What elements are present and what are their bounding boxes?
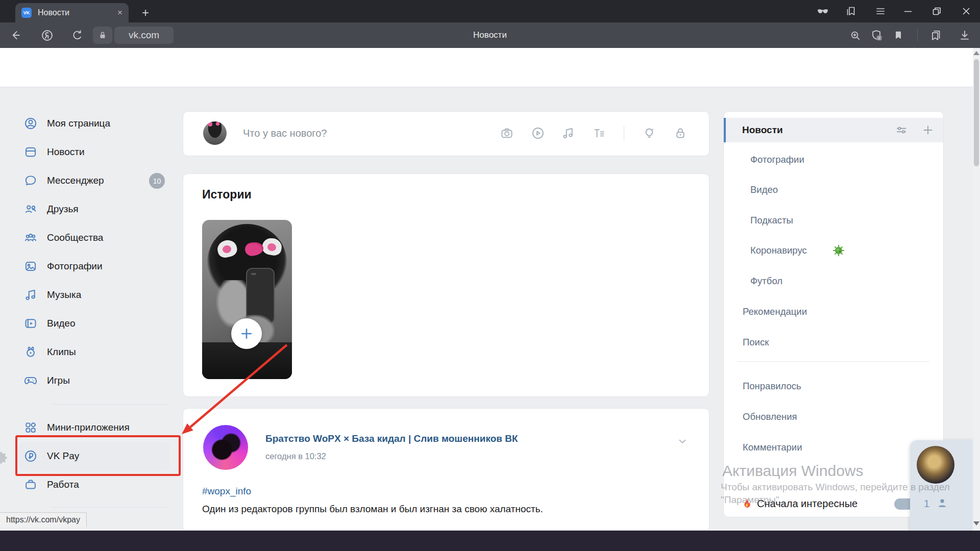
sidebar-item-vk-pay[interactable]: VK Pay xyxy=(18,442,169,470)
messenger-unread-badge: 10 xyxy=(149,173,165,189)
post-author-link[interactable]: Братство WoPX × База кидал | Слив мошенн… xyxy=(265,433,518,444)
sidebar-item-communities[interactable]: Сообщества xyxy=(18,226,169,250)
scrollbar-down-arrow[interactable] xyxy=(973,521,979,525)
sidebar-divider xyxy=(51,404,168,405)
feed-menu-divider xyxy=(738,361,929,362)
sidebar-item-games[interactable]: Игры xyxy=(18,368,169,393)
post-date[interactable]: сегодня в 10:32 xyxy=(265,452,326,461)
add-story-button[interactable] xyxy=(231,318,262,349)
sidebar-item-friends[interactable]: Друзья xyxy=(18,197,169,221)
sidebar-divider xyxy=(51,507,168,508)
feed-menu-item-comments[interactable]: Комментарии xyxy=(743,435,802,460)
viewer-person-icon xyxy=(936,496,949,510)
settings-gear-icon[interactable] xyxy=(0,450,9,465)
post-hashtag-link[interactable]: #wopx_info xyxy=(202,486,251,497)
sidebar-item-my-page[interactable]: Моя страница xyxy=(18,111,169,136)
feed-menu-subitem-football[interactable]: Футбол xyxy=(750,269,782,293)
feed-menu-subitem-coronavirus[interactable]: Коронавирус xyxy=(750,238,807,263)
profile-icon xyxy=(23,116,38,131)
browser-menu-icon[interactable] xyxy=(873,4,888,19)
post-group-avatar[interactable] xyxy=(203,425,248,470)
sidebar-item-mini-apps[interactable]: Мини-приложения xyxy=(18,415,169,440)
sidebar-item-label: Фотографии xyxy=(47,261,103,272)
incognito-glasses-icon[interactable] xyxy=(815,4,830,19)
window-minimize-button[interactable] xyxy=(899,4,917,19)
composer-video-icon[interactable] xyxy=(530,126,546,141)
feed-menu-subitem-photos[interactable]: Фотографии xyxy=(750,147,804,172)
post-menu-chevron-icon[interactable] xyxy=(676,435,689,448)
sidebar-item-label: Друзья xyxy=(47,204,79,215)
browser-address-bar: Новости vk.com 2 2 xyxy=(0,22,980,48)
window-restore-button[interactable] xyxy=(928,4,945,19)
address-bar-divider xyxy=(917,29,918,41)
composer-music-icon[interactable] xyxy=(560,126,576,141)
story-photo-phone-camera xyxy=(251,273,256,275)
composer-idea-icon[interactable] xyxy=(642,126,657,141)
window-close-button[interactable] xyxy=(958,4,975,19)
browser-tab-bar: VK Новости × + xyxy=(0,0,980,22)
sidebar-item-label: Игры xyxy=(47,375,70,386)
composer-placeholder[interactable]: Что у вас нового? xyxy=(243,128,327,139)
briefcase-icon xyxy=(23,478,38,492)
vk-header xyxy=(0,48,980,87)
bookmark-flag-icon[interactable] xyxy=(890,27,906,43)
vk-favicon: VK xyxy=(21,8,32,18)
sidebar-item-label: VK Pay xyxy=(47,450,79,462)
sidebar-item-label: Работа xyxy=(47,479,79,490)
sidebar-item-label: Новости xyxy=(47,146,85,158)
sidebar-item-photos[interactable]: Фотографии xyxy=(18,254,169,279)
composer-photo-icon[interactable] xyxy=(499,126,514,141)
yandex-services-icon[interactable] xyxy=(39,27,55,43)
stream-avatar xyxy=(917,446,954,484)
viewers-count: 1 xyxy=(924,498,929,510)
sidebar-item-label: Мини-приложения xyxy=(47,422,130,433)
virus-emoji-icon xyxy=(832,244,845,257)
feed-menu-item-liked[interactable]: Понравилось xyxy=(743,374,801,398)
feed-menu-item-search[interactable]: Поиск xyxy=(743,330,769,355)
mini-apps-icon xyxy=(23,420,38,435)
feed-menu-item-recommendations[interactable]: Рекомендации xyxy=(743,299,807,324)
tab-close-icon[interactable]: × xyxy=(117,8,122,18)
browser-tab[interactable]: VK Новости × xyxy=(15,3,129,22)
screen: VK Новости × + Новости xyxy=(0,0,980,551)
zoom-icon[interactable] xyxy=(847,27,863,43)
scrollbar-thumb[interactable] xyxy=(974,59,979,166)
scrollbar-up-arrow[interactable] xyxy=(973,51,979,55)
composer-privacy-lock-icon[interactable] xyxy=(673,126,688,141)
video-icon xyxy=(23,316,38,331)
sidebar-item-label: Мессенджер xyxy=(47,175,104,186)
feed-menu-subitem-video[interactable]: Видео xyxy=(750,178,778,202)
sidebar-item-messenger[interactable]: Мессенджер xyxy=(18,168,169,193)
composer-article-icon[interactable] xyxy=(592,126,607,141)
refresh-icon[interactable] xyxy=(69,27,86,43)
https-lock-icon[interactable] xyxy=(93,27,112,44)
sidebar-item-video[interactable]: Видео xyxy=(18,311,169,336)
shield-badge: 2 xyxy=(878,36,880,40)
windows-activation-line2: "Параметры". xyxy=(721,494,782,506)
protect-shield-icon[interactable]: 2 2 xyxy=(868,27,885,43)
sidebar-item-label: Сообщества xyxy=(47,232,103,243)
sidebar-item-jobs[interactable]: Работа xyxy=(18,472,169,497)
new-story-tile[interactable]: История xyxy=(202,220,292,379)
link-status-tooltip: https://vk.com/vkpay xyxy=(0,512,87,527)
feed-menu-subitem-podcasts[interactable]: Подкасты xyxy=(750,208,793,233)
sidebar-item-clips[interactable]: Клипы xyxy=(18,340,169,364)
windows-activation-line1: Чтобы активировать Windows, перейдите в … xyxy=(721,482,950,493)
communities-icon xyxy=(23,231,38,245)
downloads-icon[interactable] xyxy=(957,27,973,43)
sidebar-item-label: Музыка xyxy=(47,289,81,300)
sidebar-item-news[interactable]: Новости xyxy=(18,140,169,164)
collections-icon[interactable] xyxy=(928,27,944,43)
back-icon[interactable] xyxy=(7,27,23,43)
feed-settings-sliders-icon[interactable] xyxy=(894,123,908,137)
games-icon xyxy=(23,373,38,388)
sidebar-panel-icon[interactable] xyxy=(843,4,859,19)
url-field[interactable]: vk.com xyxy=(114,27,174,44)
sidebar-item-music[interactable]: Музыка xyxy=(18,283,169,307)
feed-menu-item-news-selected[interactable]: Новости xyxy=(724,118,943,142)
feed-menu-item-updates[interactable]: Обновления xyxy=(743,405,797,429)
new-tab-button[interactable]: + xyxy=(138,5,153,20)
composer-avatar[interactable] xyxy=(203,121,227,145)
page-scrollbar[interactable] xyxy=(973,48,980,531)
add-feed-list-icon[interactable] xyxy=(921,123,935,137)
